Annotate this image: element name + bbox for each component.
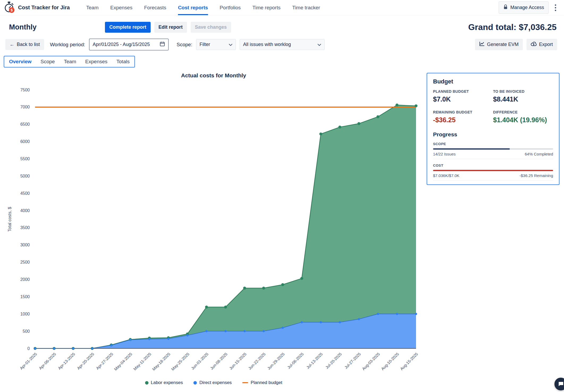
- to-be-invoiced-value: $8.441K: [493, 95, 553, 103]
- svg-text:1000: 1000: [20, 312, 30, 316]
- svg-text:Jul-20-2025: Jul-20-2025: [324, 352, 342, 370]
- svg-text:Jun-01-2025: Jun-01-2025: [190, 352, 209, 371]
- evm-chart-icon: [479, 41, 485, 48]
- scope-progress-bar: [433, 148, 553, 150]
- issues-scope-dropdown[interactable]: All issues with worklog: [240, 39, 325, 50]
- svg-text:1500: 1500: [20, 294, 30, 299]
- svg-text:May-25-2025: May-25-2025: [170, 352, 190, 372]
- budget-legend-dash-icon: [242, 382, 248, 383]
- legend-labor-expenses[interactable]: Labor expenses: [145, 380, 183, 385]
- budget-panel-title: Budget: [433, 78, 553, 85]
- legend-direct-expenses[interactable]: Direct expenses: [193, 380, 232, 385]
- svg-text:500: 500: [23, 329, 30, 334]
- export-button[interactable]: Export: [527, 39, 557, 50]
- svg-text:5500: 5500: [20, 157, 30, 161]
- back-to-list-button[interactable]: ← Back to list: [5, 39, 44, 50]
- legend-planned-budget[interactable]: Planned budget: [242, 380, 282, 385]
- chart-column: Actual costs for Monthly 050010001500200…: [4, 70, 423, 385]
- nav-team[interactable]: Team: [86, 0, 99, 15]
- scope-completed-percent: 64% Completed: [525, 152, 553, 156]
- cloud-export-icon: [531, 41, 537, 48]
- app-logo-stopwatch-money-icon: $: [4, 1, 15, 14]
- primary-nav: Team Expenses Forecasts Cost reports Por…: [86, 0, 320, 15]
- calendar-icon[interactable]: [160, 41, 165, 48]
- svg-text:Aug-10-2025: Aug-10-2025: [380, 352, 400, 371]
- filter-dropdown[interactable]: Filter: [196, 39, 236, 50]
- report-title: Monthly: [9, 23, 36, 31]
- main-content: Actual costs for Monthly 050010001500200…: [0, 70, 564, 385]
- scope-progress-block: SCOPE 14/22 Issues 64% Completed: [433, 142, 553, 159]
- manage-access-button[interactable]: Manage Access: [499, 1, 549, 14]
- complete-report-button[interactable]: Complete report: [105, 22, 150, 33]
- svg-text:Aug-03-2025: Aug-03-2025: [361, 352, 380, 371]
- svg-text:4000: 4000: [20, 208, 30, 213]
- svg-text:6500: 6500: [20, 122, 30, 127]
- app-title: Cost Tracker for Jira: [18, 5, 70, 11]
- svg-text:May-04-2025: May-04-2025: [113, 352, 133, 372]
- cost-progress-block: COST $7.036K/$7.0K -$36.25 Remaining: [433, 163, 553, 181]
- svg-text:2500: 2500: [20, 260, 30, 264]
- report-actions: Complete report Edit report Save changes: [105, 22, 231, 33]
- svg-text:6000: 6000: [20, 139, 30, 144]
- budget-metrics: PLANNED BUDGET $7.0K TO BE INVOICED $8.4…: [433, 89, 553, 124]
- back-arrow-icon: ←: [10, 42, 14, 47]
- cost-chart: 0500100015002000250030003500400045005000…: [4, 82, 423, 379]
- svg-text:Jun-29-2025: Jun-29-2025: [266, 352, 286, 371]
- top-navigation-bar: $ Cost Tracker for Jira Team Expenses Fo…: [0, 0, 564, 15]
- report-tabs: Overview Scope Team Expenses Totals: [4, 56, 135, 68]
- chevron-down-icon: [317, 42, 321, 47]
- svg-text:Jul-13-2025: Jul-13-2025: [306, 352, 324, 370]
- filter-row: ← Back to list Worklog period: Apr/01/20…: [0, 39, 564, 50]
- tab-expenses[interactable]: Expenses: [85, 59, 107, 65]
- planned-budget-value: $7.0K: [433, 95, 493, 103]
- save-changes-button: Save changes: [191, 22, 231, 33]
- nav-portfolios[interactable]: Portfolios: [220, 0, 241, 15]
- edit-report-button[interactable]: Edit report: [154, 22, 187, 33]
- tab-overview[interactable]: Overview: [9, 59, 32, 65]
- worklog-period-label: Worklog period:: [50, 42, 85, 48]
- lock-icon: [503, 4, 508, 11]
- topbar-actions: Manage Access: [499, 0, 558, 15]
- svg-text:Jul-27-2025: Jul-27-2025: [344, 352, 362, 370]
- scope-label: Scope:: [177, 42, 192, 48]
- progress-section-title: Progress: [433, 131, 553, 138]
- nav-time-reports[interactable]: Time reports: [252, 0, 281, 15]
- svg-text:Total costs, $: Total costs, $: [7, 207, 12, 231]
- cost-progress-fill: [433, 170, 553, 171]
- cost-remaining-value: -$36.25 Remaining: [519, 173, 553, 178]
- generate-evm-button[interactable]: Generate EVM: [475, 39, 523, 50]
- svg-text:May-11-2025: May-11-2025: [133, 352, 152, 371]
- remaining-budget-value: -$36.25: [433, 116, 493, 124]
- planned-budget-metric: PLANNED BUDGET $7.0K: [433, 89, 493, 103]
- cost-spent-value: $7.036K/$7.0K: [433, 173, 459, 178]
- grand-total: Grand total: $7,036.25: [468, 22, 557, 32]
- nav-forecasts[interactable]: Forecasts: [144, 0, 166, 15]
- chat-widget-button[interactable]: [554, 378, 564, 390]
- remaining-budget-metric: REMAINING BUDGET -$36.25: [433, 110, 493, 124]
- tab-totals[interactable]: Totals: [116, 59, 130, 65]
- chevron-down-icon: [229, 42, 232, 47]
- svg-text:4500: 4500: [20, 191, 30, 196]
- svg-text:Aug-15-2025: Aug-15-2025: [399, 352, 419, 371]
- scope-progress-fill: [433, 148, 510, 150]
- chart-legend: Labor expenses Direct expenses Planned b…: [4, 380, 423, 385]
- svg-text:Apr-01-2025: Apr-01-2025: [19, 352, 38, 370]
- svg-text:3500: 3500: [20, 225, 30, 230]
- nav-cost-reports[interactable]: Cost reports: [178, 0, 208, 15]
- worklog-period-input[interactable]: Apr/01/2025 - Aug/15/2025: [89, 39, 169, 50]
- nav-expenses[interactable]: Expenses: [110, 0, 132, 15]
- svg-text:5000: 5000: [20, 174, 30, 178]
- to-be-invoiced-metric: TO BE INVOICED $8.441K: [493, 89, 553, 103]
- tab-scope[interactable]: Scope: [41, 59, 55, 65]
- more-options-kebab-icon[interactable]: [553, 2, 558, 13]
- labor-legend-dot-icon: [145, 381, 149, 385]
- svg-text:2000: 2000: [20, 277, 30, 282]
- svg-text:Apr-27-2025: Apr-27-2025: [95, 352, 114, 370]
- chart-title: Actual costs for Monthly: [4, 72, 423, 82]
- svg-text:Jun-22-2025: Jun-22-2025: [247, 352, 266, 371]
- svg-text:Jun-08-2025: Jun-08-2025: [209, 352, 228, 371]
- nav-time-tracker[interactable]: Time tracker: [292, 0, 320, 15]
- svg-text:3000: 3000: [20, 243, 30, 247]
- svg-text:Jun-15-2025: Jun-15-2025: [228, 352, 247, 371]
- tab-team[interactable]: Team: [64, 59, 76, 65]
